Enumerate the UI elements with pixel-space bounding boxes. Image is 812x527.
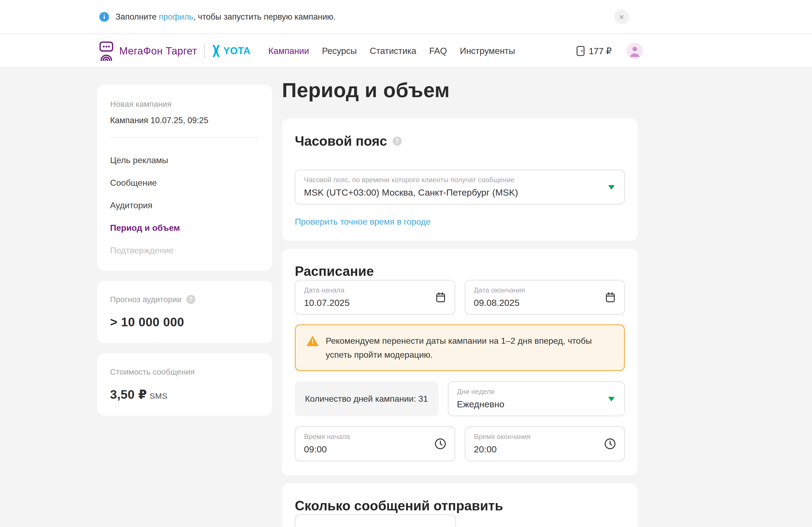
end-date-value: 09.08.2025 [474, 297, 600, 308]
start-date-label: Дата начала [304, 286, 431, 295]
user-icon [627, 43, 643, 59]
end-time-value: 20:00 [474, 443, 600, 455]
chevron-down-icon [608, 185, 615, 190]
main-content: Период и объем Часовой пояс ? Часовой по… [282, 77, 638, 527]
warning-icon: ! [306, 335, 319, 346]
forecast-label: Прогноз аудитории [110, 295, 182, 304]
weekdays-value: Ежедневно [457, 398, 600, 410]
weekdays-label: Дни недели [457, 387, 600, 396]
yota-wordmark: YOTA [223, 45, 250, 57]
timezone-title: Часовой пояс [295, 133, 387, 150]
nav-item-statistics[interactable]: Статистика [370, 46, 416, 56]
campaign-days-count: Количество дней кампании: 31 [295, 381, 438, 416]
check-city-time-link[interactable]: Проверить точное время в городе [295, 217, 431, 227]
clock-icon [434, 438, 447, 450]
message-count-input[interactable] [295, 514, 456, 527]
nav-item-faq[interactable]: FAQ [429, 46, 447, 56]
megafon-target-logo[interactable]: МегаФон Таргет [99, 41, 197, 61]
start-date-field[interactable]: Дата начала 10.07.2025 [295, 280, 455, 315]
main-nav: Кампании Ресурсы Статистика FAQ Инструме… [268, 46, 515, 56]
end-date-field[interactable]: Дата окончания 09.08.2025 [465, 280, 625, 315]
page-title: Период и объем [282, 77, 638, 103]
step-goal[interactable]: Цель рекламы [110, 155, 259, 166]
timezone-select[interactable]: Часовой пояс, по времени которого клиент… [295, 169, 625, 205]
avatar[interactable] [627, 43, 643, 59]
weekdays-select[interactable]: Дни недели Ежедневно [448, 381, 625, 416]
brand-name: МегаФон Таргет [119, 45, 197, 57]
start-time-value: 09:00 [304, 443, 431, 455]
help-icon[interactable]: ? [393, 137, 402, 146]
banner-text-after: , чтобы запустить первую кампанию. [193, 12, 336, 21]
warning-text: Рекомендуем перенести даты кампании на 1… [326, 334, 610, 362]
forecast-value: > 10 000 000 [110, 315, 259, 329]
balance-button[interactable]: 177 ₽ [576, 45, 612, 57]
wallet-icon [576, 45, 585, 57]
step-confirmation: Подтверждение [110, 245, 259, 256]
schedule-title: Расписание [295, 263, 625, 280]
logo-divider [204, 44, 205, 58]
price-value: 3,50 ₽ [110, 388, 147, 402]
balance-amount: 177 ₽ [589, 46, 612, 56]
nav-item-tools[interactable]: Инструменты [460, 46, 515, 56]
schedule-card: Расписание Дата начала 10.07.2025 Дата о… [282, 249, 638, 475]
banner-text-before: Заполните [115, 12, 159, 21]
info-banner: i Заполните профиль, чтобы запустить пер… [0, 0, 812, 34]
clock-icon [604, 438, 616, 450]
volume-title: Сколько сообщений отправить [295, 497, 625, 514]
profile-link[interactable]: профиль [159, 12, 193, 21]
campaign-steps-card: Новая кампания Кампания 10.07.25, 09:25 … [97, 85, 272, 271]
price-unit: SMS [149, 391, 168, 400]
banner-message: Заполните профиль, чтобы запустить перву… [115, 12, 336, 22]
end-date-label: Дата окончания [474, 286, 600, 295]
campaign-name: Кампания 10.07.25, 09:25 [110, 116, 259, 125]
start-date-value: 10.07.2025 [304, 297, 431, 308]
nav-item-campaigns[interactable]: Кампании [268, 46, 309, 56]
price-label: Стоимость сообщения [110, 367, 195, 376]
divider [110, 137, 259, 138]
campaign-label: Новая кампания [110, 100, 259, 109]
help-icon[interactable]: ? [186, 295, 195, 304]
megafon-logo-icon [99, 41, 114, 61]
campaign-sidebar: Новая кампания Кампания 10.07.25, 09:25 … [97, 85, 272, 416]
timezone-select-label: Часовой пояс, по времени которого клиент… [304, 176, 600, 184]
yota-logo[interactable]: YOTA [212, 45, 250, 57]
calendar-icon [435, 291, 447, 303]
timezone-select-value: MSK (UTC+03:00) Москва, Санкт-Петербург … [304, 187, 600, 198]
audience-forecast-card: Прогноз аудитории ? > 10 000 000 [97, 281, 272, 343]
timezone-card: Часовой пояс ? Часовой пояс, по времени … [282, 119, 638, 241]
info-icon: i [99, 12, 109, 22]
message-volume-card: Сколько сообщений отправить [282, 483, 638, 527]
start-time-field[interactable]: Время начала 09:00 [295, 426, 455, 461]
yota-logo-icon [212, 45, 221, 57]
warning-glyph: ! [311, 338, 314, 345]
message-price-card: Стоимость сообщения 3,50 ₽SMS [97, 353, 272, 416]
moderation-warning: ! Рекомендуем перенести даты кампании на… [295, 325, 625, 371]
close-icon[interactable]: × [614, 10, 629, 25]
steps-list: Цель рекламы Сообщение Аудитория Период … [110, 140, 259, 256]
step-message[interactable]: Сообщение [110, 177, 259, 188]
end-time-field[interactable]: Время окончания 20:00 [465, 426, 625, 461]
chevron-down-icon [608, 397, 615, 402]
step-period-volume[interactable]: Период и объем [110, 223, 259, 233]
end-time-label: Время окончания [474, 432, 600, 441]
calendar-icon [605, 291, 616, 303]
nav-item-resources[interactable]: Ресурсы [322, 46, 357, 56]
app-header: МегаФон Таргет YOTA Кампании Ресурсы Ста… [0, 34, 812, 67]
start-time-label: Время начала [304, 432, 431, 441]
step-audience[interactable]: Аудитория [110, 200, 259, 211]
